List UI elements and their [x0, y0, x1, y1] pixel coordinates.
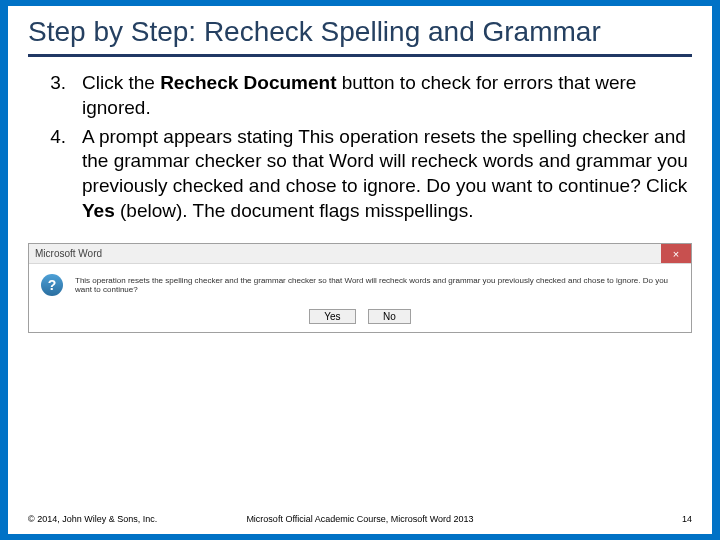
dialog-titlebar: Microsoft Word × [29, 244, 691, 264]
step-number: 3. [28, 71, 82, 120]
slide-footer: © 2014, John Wiley & Sons, Inc. Microsof… [28, 514, 692, 524]
dialog-message: This operation resets the spelling check… [75, 276, 679, 295]
dialog-screenshot: Microsoft Word × ? This operation resets… [28, 243, 692, 333]
step-list: 3. Click the Recheck Document button to … [28, 71, 692, 227]
yes-button[interactable]: Yes [309, 309, 355, 324]
dialog-body: ? This operation resets the spelling che… [29, 264, 691, 300]
close-icon[interactable]: × [661, 244, 691, 263]
footer-copyright: © 2014, John Wiley & Sons, Inc. [28, 514, 157, 524]
step-text: A prompt appears stating This operation … [82, 125, 692, 224]
dialog-button-row: Yes No [29, 300, 691, 332]
footer-course: Microsoft Official Academic Course, Micr… [178, 514, 542, 524]
step-text: Click the Recheck Document button to che… [82, 71, 692, 120]
step-number: 4. [28, 125, 82, 224]
no-button[interactable]: No [368, 309, 411, 324]
bold-text: Yes [82, 200, 115, 221]
dialog-title: Microsoft Word [35, 248, 102, 259]
slide-title: Step by Step: Recheck Spelling and Gramm… [28, 16, 692, 57]
question-icon: ? [41, 274, 63, 296]
bold-text: Recheck Document [160, 72, 336, 93]
step-4: 4. A prompt appears stating This operati… [28, 125, 692, 224]
slide: Step by Step: Recheck Spelling and Gramm… [0, 0, 720, 540]
slide-number: 14 [682, 514, 692, 524]
step-3: 3. Click the Recheck Document button to … [28, 71, 692, 120]
content-area: Step by Step: Recheck Spelling and Gramm… [8, 6, 712, 534]
